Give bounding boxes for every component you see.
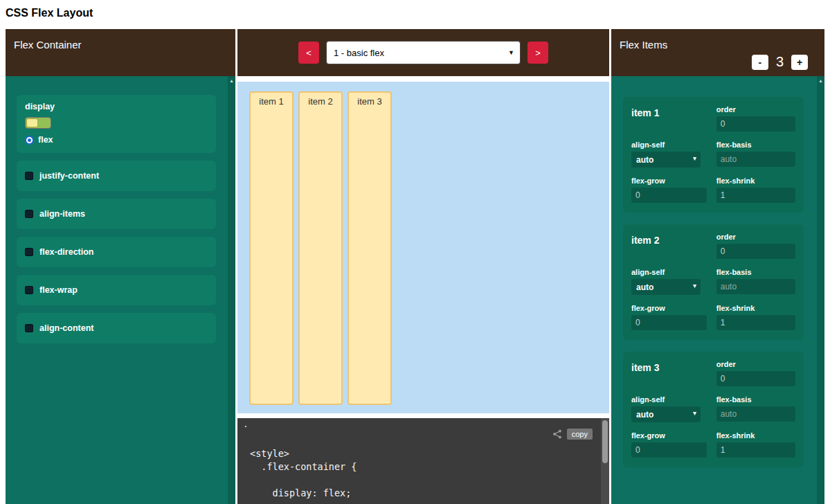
preview-panel: < 1 - basic flex ▼ > item 1 item 2 item … bbox=[237, 29, 609, 504]
item-name: item 1 bbox=[631, 107, 659, 118]
flex-grow-input[interactable] bbox=[631, 188, 707, 203]
align-items-section: align-items bbox=[17, 199, 216, 229]
align-self-label: align-self bbox=[631, 268, 707, 276]
prev-preset-button[interactable]: < bbox=[298, 42, 319, 64]
flex-basis-label: flex-basis bbox=[716, 141, 795, 149]
item-card-3: item 3 order align-self auto ▾ bbox=[623, 352, 804, 467]
flex-basis-field: flex-basis bbox=[716, 395, 795, 422]
right-panel-scrollbar[interactable]: ▲ bbox=[817, 76, 824, 504]
item-card-grid: item 2 order align-self auto ▾ bbox=[631, 233, 795, 330]
flex-direction-checkbox[interactable] bbox=[25, 248, 33, 256]
flex-basis-label: flex-basis bbox=[716, 395, 795, 404]
flex-basis-input[interactable] bbox=[716, 406, 795, 422]
align-self-label: align-self bbox=[631, 141, 707, 149]
item-card-grid: item 3 order align-self auto ▾ bbox=[631, 360, 795, 458]
flex-grow-label: flex-grow bbox=[631, 177, 707, 185]
align-self-label: align-self bbox=[631, 395, 707, 404]
preset-select[interactable]: 1 - basic flex bbox=[326, 41, 521, 64]
align-self-select[interactable]: auto bbox=[631, 152, 701, 168]
item-name: item 3 bbox=[631, 362, 659, 373]
flex-basis-label: flex-basis bbox=[716, 268, 795, 276]
align-content-label: align-content bbox=[39, 323, 93, 333]
align-items-checkbox[interactable] bbox=[25, 210, 33, 218]
share-icon[interactable] bbox=[552, 429, 562, 439]
main-layout: Flex Container display flex justify-cont… bbox=[6, 29, 824, 504]
flex-grow-input[interactable] bbox=[631, 442, 707, 458]
align-self-select-wrap: auto ▾ bbox=[631, 406, 701, 422]
display-section: display flex bbox=[17, 95, 216, 153]
remove-item-button[interactable]: - bbox=[752, 55, 768, 70]
flex-item-3: item 3 bbox=[348, 91, 392, 405]
next-preset-button[interactable]: > bbox=[527, 42, 548, 64]
order-input[interactable] bbox=[716, 116, 795, 132]
item-name-cell: item 1 bbox=[631, 105, 707, 132]
order-field: order bbox=[716, 233, 795, 259]
flex-preview-area: item 1 item 2 item 3 bbox=[237, 82, 609, 413]
code-text: <style> .flex-container { display: flex; bbox=[250, 447, 357, 500]
flex-wrap-checkbox[interactable] bbox=[25, 286, 33, 294]
flex-basis-field: flex-basis bbox=[716, 268, 795, 295]
order-field: order bbox=[716, 105, 795, 132]
flex-basis-input[interactable] bbox=[716, 279, 795, 294]
order-label: order bbox=[716, 233, 795, 241]
order-input[interactable] bbox=[716, 244, 795, 259]
align-self-field: align-self auto ▾ bbox=[631, 268, 707, 295]
item-card-2: item 2 order align-self auto ▾ bbox=[623, 224, 804, 340]
flex-basis-input[interactable] bbox=[716, 152, 795, 167]
left-panel-scrollbar[interactable]: ▲ bbox=[228, 76, 235, 504]
code-line: display: flex; bbox=[250, 487, 351, 498]
code-scrollbar[interactable] bbox=[601, 418, 609, 504]
preset-select-wrap: 1 - basic flex ▼ bbox=[326, 41, 521, 64]
flex-shrink-field: flex-shrink bbox=[716, 431, 795, 458]
flex-items-panel: Flex Items - 3 + item 1 order a bbox=[611, 29, 824, 504]
flex-item-2: item 2 bbox=[298, 91, 343, 405]
flex-container-panel: Flex Container display flex justify-cont… bbox=[6, 29, 235, 504]
align-self-field: align-self auto ▾ bbox=[631, 395, 707, 422]
flex-items-title: Flex Items bbox=[620, 39, 667, 51]
order-label: order bbox=[716, 105, 795, 114]
order-input[interactable] bbox=[716, 371, 795, 386]
scroll-up-icon[interactable]: ▲ bbox=[817, 76, 824, 83]
code-scroll-thumb[interactable] bbox=[602, 420, 608, 463]
flex-grow-field: flex-grow bbox=[631, 304, 707, 330]
align-self-select[interactable]: auto bbox=[631, 279, 701, 295]
align-items-label: align-items bbox=[39, 209, 85, 219]
justify-content-label: justify-content bbox=[39, 171, 99, 181]
align-self-select[interactable]: auto bbox=[631, 406, 701, 422]
flex-shrink-field: flex-shrink bbox=[716, 177, 795, 203]
flex-items-body: item 1 order align-self auto ▾ bbox=[611, 76, 824, 504]
preset-header: < 1 - basic flex ▼ > bbox=[237, 29, 609, 76]
item-count-controls: - 3 + bbox=[752, 54, 808, 70]
code-dot: . bbox=[243, 419, 249, 429]
scroll-up-icon[interactable]: ▲ bbox=[228, 76, 235, 83]
copy-button[interactable]: copy bbox=[567, 429, 593, 440]
flex-grow-input[interactable] bbox=[631, 315, 707, 330]
add-item-button[interactable]: + bbox=[791, 55, 808, 70]
flex-shrink-label: flex-shrink bbox=[716, 177, 795, 185]
flex-radio[interactable] bbox=[25, 136, 34, 145]
justify-content-section: justify-content bbox=[17, 161, 216, 191]
flex-shrink-input[interactable] bbox=[716, 188, 795, 203]
flex-grow-field: flex-grow bbox=[631, 177, 707, 203]
page-title: CSS Flex Layout bbox=[6, 7, 93, 19]
item-name-cell: item 3 bbox=[631, 360, 707, 386]
align-self-field: align-self auto ▾ bbox=[631, 141, 707, 168]
flex-direction-label: flex-direction bbox=[39, 247, 94, 257]
flex-container-body: display flex justify-content align-items bbox=[6, 76, 235, 504]
item-card-1: item 1 order align-self auto ▾ bbox=[623, 97, 804, 213]
flex-radio-label: flex bbox=[38, 135, 53, 145]
flex-shrink-label: flex-shrink bbox=[716, 431, 795, 440]
flex-basis-field: flex-basis bbox=[716, 141, 795, 168]
code-actions: copy bbox=[552, 429, 593, 440]
flex-direction-section: flex-direction bbox=[17, 237, 216, 267]
align-content-checkbox[interactable] bbox=[25, 324, 33, 332]
flex-shrink-input[interactable] bbox=[716, 442, 795, 458]
flex-wrap-label: flex-wrap bbox=[39, 285, 78, 295]
flex-shrink-field: flex-shrink bbox=[716, 304, 795, 330]
justify-content-checkbox[interactable] bbox=[25, 172, 33, 180]
flex-container-title: Flex Container bbox=[14, 39, 82, 51]
display-label: display bbox=[25, 102, 208, 111]
flex-grow-field: flex-grow bbox=[631, 431, 707, 458]
display-toggle[interactable] bbox=[25, 117, 51, 129]
flex-shrink-input[interactable] bbox=[716, 315, 795, 330]
